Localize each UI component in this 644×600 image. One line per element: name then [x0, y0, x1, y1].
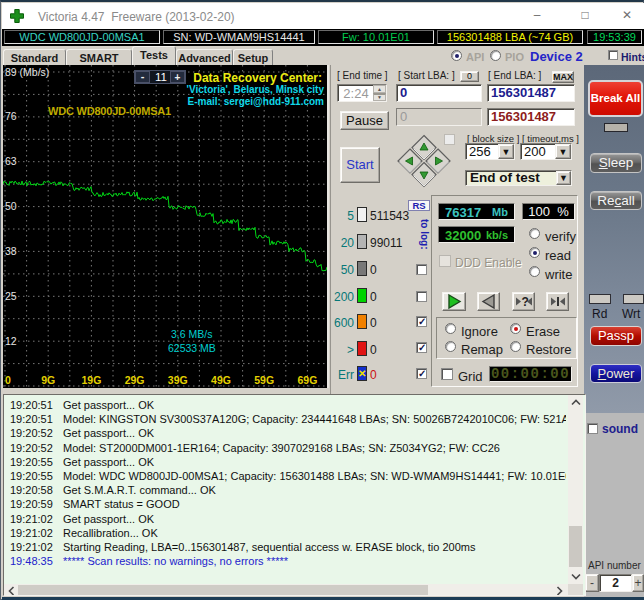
svg-text:49G: 49G [211, 374, 231, 386]
svg-text:29G: 29G [125, 374, 145, 386]
svg-text:59G: 59G [254, 374, 274, 386]
svg-text:25: 25 [5, 290, 17, 302]
svg-text:39G: 39G [168, 374, 188, 386]
svg-text:76: 76 [5, 110, 17, 122]
svg-text:19G: 19G [81, 374, 101, 386]
svg-text:0: 0 [5, 374, 11, 386]
svg-text:9G: 9G [41, 374, 55, 386]
svg-text:50: 50 [5, 200, 17, 212]
svg-text:38: 38 [5, 245, 17, 257]
svg-text:63: 63 [5, 155, 17, 167]
svg-text:69G: 69G [297, 374, 317, 386]
svg-text:12: 12 [5, 335, 17, 347]
